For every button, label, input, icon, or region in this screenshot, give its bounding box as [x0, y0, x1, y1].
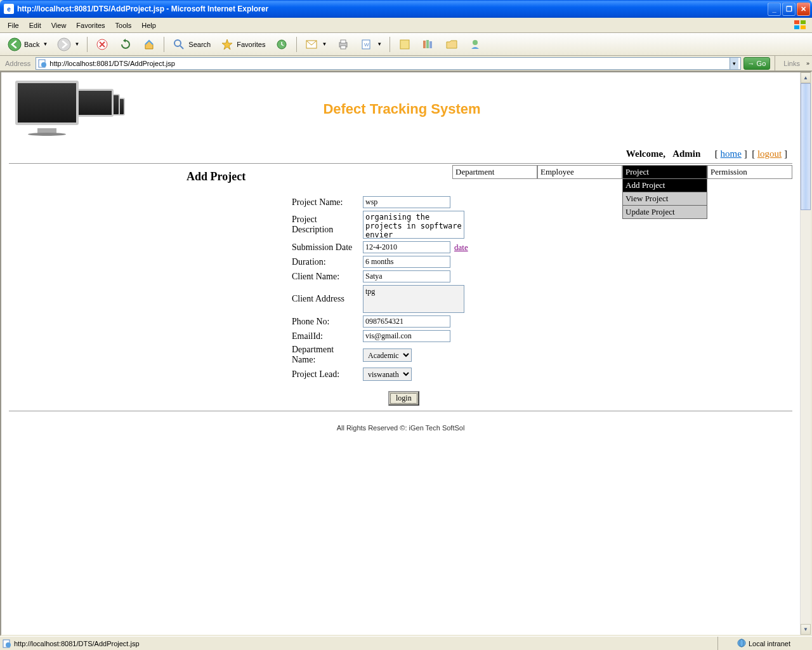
mail-button[interactable]: ▼: [301, 35, 331, 54]
refresh-button[interactable]: [115, 35, 136, 54]
logo-monitors: [9, 77, 123, 141]
menu-tools[interactable]: Tools: [110, 20, 137, 31]
address-bar: Address ▾ →Go Links»: [0, 56, 812, 71]
home-link[interactable]: home: [721, 149, 742, 159]
svg-point-4: [8, 38, 21, 51]
close-button[interactable]: ✕: [797, 3, 810, 16]
select-project-lead[interactable]: viswanath: [363, 368, 412, 381]
star-icon: [220, 37, 234, 51]
menu-view[interactable]: View: [46, 20, 72, 31]
input-phone[interactable]: [363, 315, 450, 328]
label-project-name: Project Name:: [192, 197, 363, 208]
input-email[interactable]: [363, 330, 450, 342]
svg-point-7: [174, 40, 181, 46]
svg-text:W: W: [364, 42, 369, 48]
nav-tabs: Department Employee Project Add Project …: [452, 165, 792, 179]
research-button[interactable]: [417, 35, 439, 54]
scroll-down-button[interactable]: ▼: [801, 624, 811, 635]
form-title: Add Project: [9, 165, 415, 183]
address-input-container: ▾: [36, 57, 740, 70]
home-button[interactable]: [138, 35, 160, 54]
svg-point-24: [738, 639, 745, 647]
refresh-icon: [119, 37, 133, 51]
svg-rect-3: [801, 25, 806, 29]
svg-point-21: [41, 62, 46, 67]
label-client-address: Client Address: [192, 294, 363, 304]
scroll-up-button[interactable]: ▲: [801, 72, 811, 83]
svg-rect-15: [400, 40, 409, 49]
svg-rect-11: [341, 40, 346, 43]
folder-button[interactable]: [441, 35, 462, 54]
history-icon: [275, 37, 289, 51]
svg-point-19: [473, 40, 478, 45]
status-bar: http://localhost:8081/DTS/AddProject.jsp…: [0, 636, 812, 650]
print-button[interactable]: [332, 35, 354, 54]
folder-icon: [445, 37, 459, 51]
windows-flag-icon: [792, 19, 809, 32]
address-dropdown[interactable]: ▾: [730, 58, 738, 69]
menu-favorites[interactable]: Favorites: [71, 20, 110, 31]
address-input[interactable]: [49, 60, 729, 67]
messenger-button[interactable]: [464, 35, 486, 54]
submit-button[interactable]: login: [388, 391, 419, 406]
go-arrow-icon: →: [748, 60, 755, 67]
tab-department[interactable]: Department: [452, 165, 537, 179]
print-icon: [336, 37, 350, 51]
tab-permission[interactable]: Permission: [707, 165, 792, 179]
svg-rect-17: [426, 40, 429, 48]
forward-icon: [57, 37, 71, 51]
messenger-icon: [468, 37, 482, 51]
edit-button[interactable]: W▼: [356, 35, 386, 54]
tab-employee[interactable]: Employee: [537, 165, 622, 179]
page-icon: [38, 59, 47, 68]
home-icon: [142, 37, 156, 51]
back-button[interactable]: Back▼: [4, 35, 51, 54]
svg-rect-0: [794, 20, 799, 24]
minimize-button[interactable]: _: [768, 3, 781, 16]
date-link[interactable]: date: [454, 242, 468, 253]
browser-viewport: ▲ ▼ Defect Tracking System Welcome, Admi…: [0, 71, 812, 636]
subitem-update-project[interactable]: Update Project: [622, 206, 707, 219]
add-project-form: Project Name: Project Descriptionorganis…: [192, 196, 800, 406]
favorites-button[interactable]: Favorites: [216, 35, 269, 54]
search-button[interactable]: Search: [168, 35, 214, 54]
page-title: Defect Tracking System: [123, 101, 681, 117]
status-text: http://localhost:8081/DTS/AddProject.jsp: [14, 640, 140, 647]
scroll-thumb[interactable]: [801, 83, 811, 210]
label-client-name: Client Name:: [192, 272, 363, 282]
welcome-bar: Welcome, Admin [ home ] [ logout ]: [1, 146, 800, 162]
svg-rect-12: [341, 46, 346, 49]
subitem-view-project[interactable]: View Project: [622, 192, 707, 206]
project-submenu: Add Project View Project Update Project: [622, 179, 707, 219]
books-icon: [421, 37, 435, 51]
svg-rect-2: [794, 25, 799, 29]
subitem-add-project[interactable]: Add Project: [622, 179, 707, 192]
ie-icon: e: [4, 4, 14, 14]
go-button[interactable]: →Go: [743, 57, 771, 70]
window-title: http://localhost:8081/DTS/AddProject.jsp…: [17, 4, 768, 13]
history-button[interactable]: [271, 35, 292, 54]
links-label[interactable]: Links: [780, 60, 804, 67]
mail-icon: [304, 37, 318, 51]
discuss-button[interactable]: [394, 35, 416, 54]
input-submission-date[interactable]: [363, 241, 450, 253]
security-zone: Local intranet: [717, 637, 809, 650]
input-client-address[interactable]: tpg: [363, 285, 464, 313]
maximize-button[interactable]: ❐: [782, 3, 796, 16]
label-department: Department Name:: [192, 345, 363, 365]
input-project-name[interactable]: [363, 196, 450, 208]
input-client-name[interactable]: [363, 270, 450, 282]
stop-button[interactable]: [91, 35, 113, 54]
tab-project[interactable]: Project: [622, 165, 707, 179]
logout-link[interactable]: logout: [757, 149, 782, 159]
menu-help[interactable]: Help: [136, 20, 161, 31]
menu-file[interactable]: File: [3, 20, 24, 31]
toolbar: Back▼ ▼ Search Favorites ▼ W▼: [0, 33, 812, 56]
label-phone: Phone No:: [192, 317, 363, 327]
scrollbar[interactable]: ▲ ▼: [800, 72, 811, 635]
input-duration[interactable]: [363, 256, 450, 268]
menu-edit[interactable]: Edit: [24, 20, 46, 31]
select-department[interactable]: Academic: [363, 348, 412, 362]
input-project-desc[interactable]: organising the projects in sopftware env…: [363, 211, 464, 239]
forward-button[interactable]: ▼: [53, 35, 83, 54]
